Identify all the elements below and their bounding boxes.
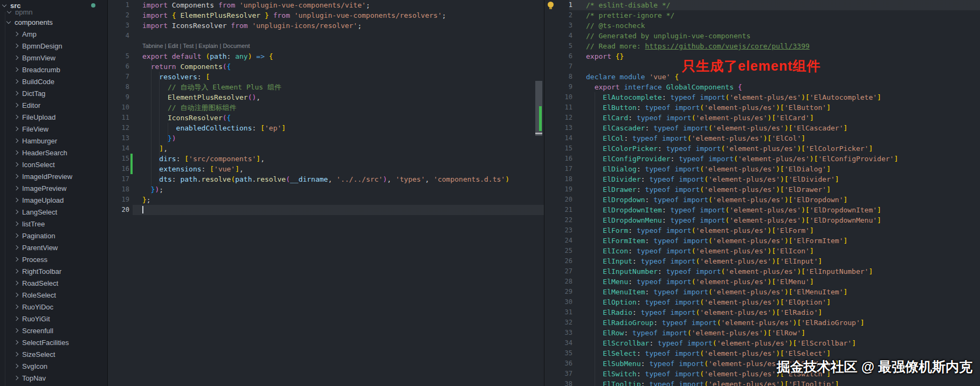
sidebar-item-imageupload[interactable]: ImageUpload [0, 194, 107, 206]
line-number[interactable]: 15 [108, 154, 129, 164]
sidebar-item-imagepreview[interactable]: ImagePreview [0, 182, 107, 194]
code-line-text[interactable]: ElDrawer: typeof import('element-plus/es… [572, 184, 980, 195]
code-line-text[interactable]: ElColorPicker: typeof import('element-pl… [572, 143, 980, 154]
line-number[interactable]: 18 [108, 184, 129, 195]
line-number[interactable]: 7 [556, 61, 572, 72]
sidebar-item-langselect[interactable]: LangSelect [0, 206, 107, 218]
line-number[interactable]: 4 [108, 31, 129, 41]
code-line-text[interactable]: ElSelect: typeof import('element-plus/es… [572, 348, 980, 359]
line-number[interactable]: 3 [108, 20, 129, 31]
sidebar-item-pagination[interactable]: Pagination [0, 230, 107, 242]
sidebar-item-roadselect[interactable]: RoadSelect [0, 277, 107, 289]
line-number[interactable]: 18 [556, 174, 572, 184]
code-line-text[interactable]: import Components from 'unplugin-vue-com… [133, 0, 544, 10]
line-number[interactable]: 1 [556, 0, 572, 10]
sidebar-item-imageidpreview[interactable]: ImageIdPreview [0, 170, 107, 182]
sidebar-item-selectfacilities[interactable]: SelectFacilities [0, 336, 107, 348]
sidebar-item-ruoyigit[interactable]: RuoYiGit [0, 313, 107, 325]
sidebar-item-buildcode[interactable]: BuildCode [0, 75, 107, 87]
code-line-text[interactable]: ElForm: typeof import('element-plus/es')… [572, 225, 980, 236]
sidebar-item-svgicon[interactable]: SvgIcon [0, 360, 107, 372]
code-line-text[interactable]: ElRadioGroup: typeof import('element-plu… [572, 318, 980, 328]
line-number[interactable]: 6 [108, 61, 129, 72]
line-number[interactable]: 34 [556, 338, 572, 348]
code-line-text[interactable]: ElAutocomplete: typeof import('element-p… [572, 92, 980, 102]
code-line-text[interactable]: ElDialog: typeof import('element-plus/es… [572, 164, 980, 174]
line-number[interactable]: 24 [556, 236, 572, 246]
code-line-text[interactable]: ElFormItem: typeof import('element-plus/… [572, 236, 980, 246]
code-line-text[interactable]: ElDropdownItem: typeof import('element-p… [572, 205, 980, 215]
line-number[interactable]: 5 [108, 51, 129, 61]
code-line-text[interactable]: // Generated by unplugin-vue-components [572, 31, 980, 41]
code-line-text[interactable]: ElCol: typeof import('element-plus/es')[… [572, 133, 980, 143]
code-line-text[interactable]: ElDropdownMenu: typeof import('element-p… [572, 215, 980, 225]
code-line-text[interactable]: ElIcon: typeof import('element-plus/es')… [572, 246, 980, 256]
line-number[interactable]: 9 [556, 82, 572, 92]
sidebar-item-sizeselect[interactable]: SizeSelect [0, 348, 107, 360]
line-number[interactable]: 31 [556, 307, 572, 318]
sidebar-item-iconselect[interactable]: IconSelect [0, 158, 107, 170]
line-number[interactable]: 6 [556, 51, 572, 61]
code-line-text[interactable]: ElInputNumber: typeof import('element-pl… [572, 266, 980, 277]
code-line-text[interactable]: dirs: ['src/components'], [133, 154, 544, 164]
code-line-text[interactable]: enabledCollections: ['ep'] [133, 123, 544, 133]
line-number[interactable]: 33 [556, 328, 572, 338]
lightbulb-icon[interactable] [548, 2, 554, 8]
code-line-text[interactable]: /* prettier-ignore */ [572, 10, 980, 20]
sidebar-item-screenfull[interactable]: Screenfull [0, 325, 107, 336]
code-line-text[interactable]: }) [133, 133, 544, 143]
sidebar-item-roleselect[interactable]: RoleSelect [0, 289, 107, 301]
code-line-text[interactable]: }); [133, 184, 544, 195]
line-number[interactable]: 28 [556, 277, 572, 287]
code-line-text[interactable]: export interface GlobalComponents { [572, 82, 980, 92]
line-number[interactable]: 26 [556, 256, 572, 266]
code-line-text[interactable]: // @ts-nocheck [572, 20, 980, 31]
code-line-text[interactable]: import IconsResolver from 'unplugin-icon… [133, 20, 544, 31]
line-number[interactable]: 13 [556, 123, 572, 133]
line-number[interactable]: 19 [108, 195, 129, 205]
line-number[interactable]: 19 [556, 184, 572, 195]
line-number[interactable]: 7 [108, 72, 129, 82]
line-number[interactable]: 1 [108, 0, 129, 10]
code-line-text[interactable]: ElInput: typeof import('element-plus/es'… [572, 256, 980, 266]
sidebar-item-process[interactable]: Process [0, 253, 107, 265]
code-line-text[interactable]: ElementPlusResolver(), [133, 92, 544, 102]
code-line-text[interactable]: IconsResolver({ [133, 113, 544, 123]
line-number[interactable]: 21 [556, 205, 572, 215]
code-line-text[interactable]: // 自动注册图标组件 [133, 102, 544, 113]
line-number[interactable]: 38 [556, 379, 572, 386]
line-number[interactable]: 11 [556, 102, 572, 113]
line-number[interactable]: 27 [556, 266, 572, 277]
line-number[interactable]: 23 [556, 225, 572, 236]
sidebar-item-bpmndesign[interactable]: BpmnDesign [0, 40, 107, 52]
sidebar-item-editor[interactable]: Editor [0, 99, 107, 111]
code-line-text[interactable] [133, 205, 544, 215]
sidebar-item-parentview[interactable]: ParentView [0, 242, 107, 253]
sidebar-item-amp[interactable]: Amp [0, 28, 107, 40]
line-number[interactable] [108, 41, 129, 51]
code-line-text[interactable]: ElDropdown: typeof import('element-plus/… [572, 195, 980, 205]
line-number[interactable]: 2 [108, 10, 129, 20]
line-number[interactable]: 14 [556, 133, 572, 143]
line-number[interactable]: 37 [556, 369, 572, 379]
code-line-text[interactable]: ElMenu: typeof import('element-plus/es')… [572, 277, 980, 287]
sidebar-item-hamburger[interactable]: Hamburger [0, 135, 107, 147]
code-line-text[interactable]: export default (path: any) => { [133, 51, 544, 61]
code-line-text[interactable]: // 自动导入 Element Plus 组件 [133, 82, 544, 92]
sidebar-item-dicttag[interactable]: DictTag [0, 87, 107, 99]
explorer-section-src[interactable]: src [0, 0, 107, 11]
code-line-text[interactable]: import { ElementPlusResolver } from 'unp… [133, 10, 544, 20]
sidebar-item-topnav[interactable]: TopNav [0, 372, 107, 384]
sidebar-item-righttoolbar[interactable]: RightToolbar [0, 265, 107, 277]
line-number[interactable]: 29 [556, 287, 572, 297]
line-number[interactable]: 3 [556, 20, 572, 31]
line-number[interactable]: 16 [108, 164, 129, 174]
line-number[interactable]: 10 [108, 102, 129, 113]
sidebar-item-breadcrumb[interactable]: Breadcrumb [0, 64, 107, 75]
line-number[interactable]: 4 [556, 31, 572, 41]
line-number[interactable]: 12 [556, 113, 572, 123]
code-line-text[interactable]: dts: path.resolve(path.resolve(__dirname… [133, 174, 544, 184]
line-number[interactable]: 13 [108, 133, 129, 143]
code-line-text[interactable]: ElConfigProvider: typeof import('element… [572, 154, 980, 164]
code-line-text[interactable]: ElOption: typeof import('element-plus/es… [572, 297, 980, 307]
